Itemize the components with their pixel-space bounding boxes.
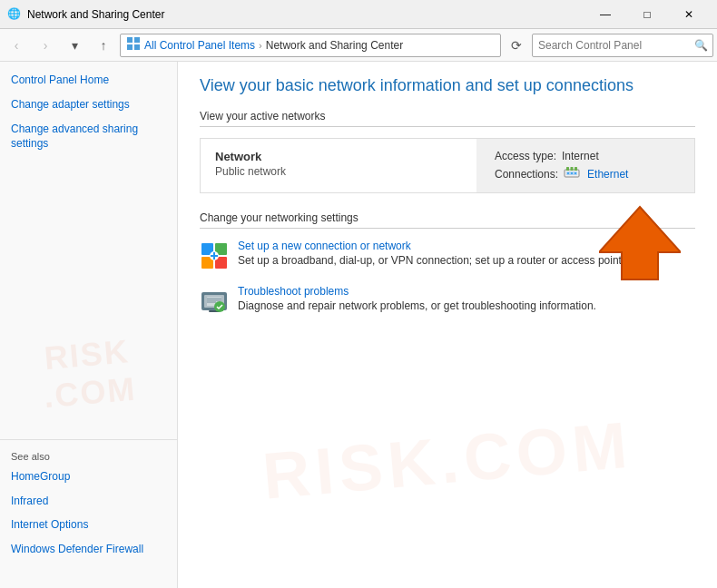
svg-rect-6 [571, 167, 574, 171]
address-bar: ‹ › ▾ ↑ All Control Panel Items › Networ… [0, 29, 717, 62]
new-connection-icon [200, 241, 229, 270]
sidebar-item-infrared[interactable]: Infrared [11, 494, 166, 509]
connections-label: Connections: [495, 168, 558, 181]
path-current: Network and Sharing Center [266, 39, 403, 52]
path-separator: › [259, 40, 262, 51]
sidebar-bottom: See also HomeGroup Infrared Internet Opt… [0, 439, 177, 577]
svg-point-10 [571, 172, 573, 174]
troubleshoot-desc: Diagnose and repair network problems, or… [238, 299, 596, 312]
svg-point-9 [567, 172, 569, 174]
window-controls: — □ ✕ [584, 0, 710, 29]
access-value: Internet [562, 150, 599, 162]
troubleshoot-icon [200, 287, 229, 316]
svg-rect-7 [575, 167, 577, 171]
access-label: Access type: [495, 150, 556, 162]
sidebar-item-internet-options[interactable]: Internet Options [11, 517, 166, 533]
path-control-panel[interactable]: All Control Panel Items [144, 39, 255, 52]
sidebar-item-advanced-sharing[interactable]: Change advanced sharing settings [11, 122, 166, 152]
ethernet-link[interactable]: Ethernet [587, 168, 628, 181]
sidebar-item-adapter-settings[interactable]: Change adapter settings [11, 97, 166, 113]
page-title: View your basic network information and … [200, 76, 695, 95]
search-input[interactable] [533, 39, 689, 52]
change-settings-header: Change your networking settings [200, 211, 695, 229]
recent-locations-button[interactable]: ▾ [62, 33, 87, 58]
troubleshoot-link[interactable]: Troubleshoot problems [238, 285, 596, 298]
window-icon: 🌐 [7, 7, 22, 22]
access-type-row: Access type: Internet [495, 150, 676, 162]
new-connection-text: Set up a new connection or network Set u… [238, 240, 624, 267]
forward-button[interactable]: › [33, 33, 58, 58]
control-panel-icon [126, 36, 141, 54]
main-layout: Control Panel Home Change adapter settin… [0, 62, 717, 588]
settings-section: Change your networking settings Set [200, 211, 695, 316]
see-also-title: See also [11, 451, 166, 462]
new-connection-desc: Set up a broadband, dial-up, or VPN conn… [238, 254, 624, 267]
settings-item-new-connection: Set up a new connection or network Set u… [200, 240, 695, 270]
refresh-button[interactable]: ⟳ [505, 34, 528, 57]
svg-point-11 [575, 172, 576, 174]
network-name: Network [215, 150, 462, 163]
address-path: All Control Panel Items › Network and Sh… [120, 34, 501, 57]
sidebar-item-homegroup[interactable]: HomeGroup [11, 469, 166, 485]
search-box: 🔍 [532, 34, 713, 57]
close-button[interactable]: ✕ [668, 0, 710, 29]
svg-rect-2 [127, 44, 133, 50]
sidebar: Control Panel Home Change adapter settin… [0, 62, 178, 588]
settings-item-troubleshoot: Troubleshoot problems Diagnose and repai… [200, 285, 695, 316]
connections-row: Connections: [495, 166, 676, 181]
active-networks-header: View your active networks [200, 110, 695, 127]
sidebar-item-firewall[interactable]: Windows Defender Firewall [11, 542, 166, 557]
content-area: View your basic network information and … [178, 62, 717, 588]
sidebar-nav: Control Panel Home Change adapter settin… [0, 73, 177, 185]
maximize-button[interactable]: □ [626, 0, 668, 29]
minimize-button[interactable]: — [584, 0, 626, 29]
title-bar: 🌐 Network and Sharing Center — □ ✕ [0, 0, 717, 29]
search-icon-button[interactable]: 🔍 [689, 34, 712, 56]
up-button[interactable]: ↑ [91, 33, 116, 58]
network-left: Network Public network [201, 139, 476, 192]
new-connection-link[interactable]: Set up a new connection or network [238, 240, 624, 252]
svg-rect-0 [127, 37, 133, 43]
back-button[interactable]: ‹ [4, 33, 29, 58]
network-type: Public network [215, 165, 462, 178]
troubleshoot-text: Troubleshoot problems Diagnose and repai… [238, 285, 596, 312]
svg-rect-3 [134, 44, 140, 50]
svg-rect-5 [566, 167, 569, 171]
ethernet-icon [564, 166, 580, 181]
window-title: Network and Sharing Center [27, 8, 584, 21]
network-right: Access type: Internet Connections: [476, 139, 694, 192]
sidebar-item-control-panel-home[interactable]: Control Panel Home [11, 73, 166, 88]
networks-box: Network Public network Access type: Inte… [200, 138, 695, 193]
svg-rect-1 [134, 37, 140, 43]
